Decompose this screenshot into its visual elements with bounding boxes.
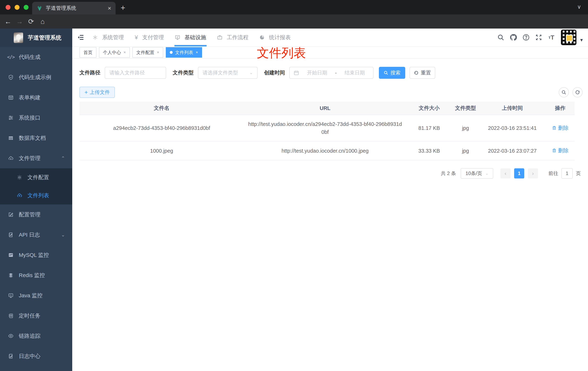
goto-page-input[interactable]: [562, 171, 572, 176]
sidebar-item-config-management[interactable]: 配置管理: [0, 204, 72, 225]
search-button[interactable]: 搜索: [379, 67, 405, 79]
calendar-icon: [294, 70, 299, 75]
monitor-bars-icon: [7, 293, 14, 298]
start-date-placeholder[interactable]: 开始日期: [303, 69, 331, 76]
create-time-label: 创建时间: [264, 69, 285, 76]
total-count: 共 2 条: [441, 170, 456, 177]
file-path-input[interactable]: [109, 70, 161, 76]
forward-button[interactable]: →: [14, 18, 25, 25]
end-date-placeholder[interactable]: 结束日期: [340, 69, 369, 76]
toggle-search-button[interactable]: [559, 87, 569, 97]
browser-tab-bar: 芋道管理系统 × + ∨: [0, 0, 588, 14]
cell-file-name: 1000.jpeg: [79, 141, 244, 160]
home-button[interactable]: ⌂: [37, 18, 48, 25]
sidebar-item-form-builder[interactable]: 表单构建: [0, 87, 72, 108]
sidebar-item-label: API 日志: [19, 231, 61, 239]
cell-file-size: 33.33 KB: [406, 141, 452, 160]
help-icon[interactable]: [520, 34, 532, 41]
topnav-label: 工作流程: [227, 34, 249, 41]
close-icon[interactable]: ×: [157, 50, 159, 55]
sidebar-item-db-doc[interactable]: 数据库文档: [0, 128, 72, 148]
user-menu-caret-icon[interactable]: ▼: [579, 38, 584, 43]
delete-link[interactable]: 删除: [552, 147, 568, 154]
tab-search-icon[interactable]: ∨: [577, 4, 581, 10]
date-range-picker[interactable]: 开始日期 - 结束日期: [289, 67, 373, 79]
close-window-button[interactable]: [6, 5, 10, 10]
refresh-table-button[interactable]: [572, 87, 583, 97]
current-page[interactable]: 1: [514, 168, 524, 179]
sidebar-item-api-log[interactable]: API 日志 ⌄: [0, 225, 72, 245]
table-row: 1000.jpeg http://test.yudao.iocoder.cn/1…: [79, 141, 575, 160]
user-avatar-qr[interactable]: [561, 30, 577, 45]
view-tab-profile[interactable]: 个人中心 ×: [99, 47, 130, 58]
topnav-system[interactable]: 系统管理: [87, 28, 129, 46]
sidebar-item-code-example[interactable]: 代码生成示例: [0, 67, 72, 87]
tab-close-icon[interactable]: ×: [108, 5, 111, 12]
sidebar-item-file-management[interactable]: 文件管理 ⌃: [0, 148, 72, 168]
maximize-window-button[interactable]: [24, 5, 29, 10]
next-page-button[interactable]: ›: [528, 168, 538, 179]
page-size-select[interactable]: 10条/页 ⌄: [461, 168, 493, 179]
view-tab-file-list[interactable]: 文件列表 ×: [166, 47, 202, 58]
collapse-sidebar-icon[interactable]: [74, 34, 87, 41]
sidebar-item-file-config[interactable]: 文件配置: [0, 168, 72, 186]
sidebar-item-file-list[interactable]: 文件列表: [0, 186, 72, 204]
header-search-icon[interactable]: [494, 34, 507, 41]
delete-link[interactable]: 删除: [552, 124, 568, 132]
sidebar-item-mysql-monitor[interactable]: MySQL 监控: [0, 245, 72, 265]
close-icon[interactable]: ×: [124, 50, 126, 55]
cell-upload-time: 2022-03-16 23:07:27: [479, 141, 546, 160]
goto-input-wrap: [561, 168, 573, 179]
sidebar: 芋道管理系统 </> 代码生成 代码生成示例 表单构建 系统接口 数据库文档 文…: [0, 29, 72, 371]
sidebar-header[interactable]: 芋道管理系统: [0, 29, 72, 47]
topnav-payment[interactable]: ¥ 支付管理: [129, 28, 169, 46]
file-table: 文件名 URL 文件大小 文件类型 上传时间 操作 a294ecb2-73dd-…: [79, 102, 575, 160]
file-type-select[interactable]: 请选择文件类型 ⌄: [198, 67, 258, 79]
sidebar-item-log-center[interactable]: 日志中心: [0, 346, 72, 366]
sidebar-item-label: Redis 监控: [19, 272, 45, 279]
upload-file-button[interactable]: + 上传文件: [79, 87, 115, 98]
sidebar-item-label: 日志中心: [19, 353, 41, 360]
prev-page-button[interactable]: ‹: [500, 168, 511, 179]
topnav-infrastructure[interactable]: 基础设施: [169, 28, 212, 46]
col-file-type: 文件类型: [452, 102, 479, 115]
sidebar-item-java-monitor[interactable]: Java 监控: [0, 285, 72, 306]
sidebar-item-label: 代码生成: [19, 53, 41, 61]
range-separator: -: [335, 70, 337, 76]
sliders-icon: [7, 115, 14, 120]
form-table-icon: [7, 95, 14, 100]
close-icon[interactable]: ×: [196, 50, 198, 55]
select-caret-icon: ⌄: [485, 171, 488, 176]
active-dot: [170, 51, 173, 54]
chevron-down-icon: ⌄: [61, 232, 65, 238]
sidebar-item-code-generation[interactable]: </> 代码生成: [0, 47, 72, 67]
reset-button-label: 重置: [421, 69, 431, 76]
font-size-icon[interactable]: тT: [545, 34, 558, 41]
fullscreen-icon[interactable]: [532, 34, 545, 41]
sidebar-item-scheduled-tasks[interactable]: 定时任务: [0, 306, 72, 326]
sidebar-item-label: 配置管理: [19, 211, 41, 218]
reload-button[interactable]: ⟳: [25, 18, 37, 25]
topnav-workflow[interactable]: 工作流程: [212, 28, 254, 46]
topnav-label: 系统管理: [102, 34, 124, 41]
reset-button[interactable]: 重置: [410, 67, 435, 79]
back-button[interactable]: ←: [2, 18, 14, 25]
view-tab-home[interactable]: 首页: [79, 47, 96, 58]
sidebar-item-label: MySQL 监控: [19, 251, 49, 259]
view-tab-label: 文件列表: [175, 50, 193, 55]
sidebar-item-label: 定时任务: [19, 312, 41, 319]
sidebar-item-tracing[interactable]: 链路追踪: [0, 326, 72, 346]
sidebar-item-system-api[interactable]: 系统接口: [0, 108, 72, 128]
yen-icon: ¥: [135, 34, 138, 41]
minimize-window-button[interactable]: [15, 5, 20, 10]
file-path-label: 文件路径: [79, 69, 100, 76]
monitor-check-icon: [175, 35, 180, 40]
new-tab-button[interactable]: +: [121, 3, 125, 12]
cell-file-type: jpg: [452, 115, 479, 141]
github-icon[interactable]: [507, 33, 520, 41]
topnav-reports[interactable]: 统计报表: [254, 28, 296, 46]
browser-tab[interactable]: 芋道管理系统 ×: [32, 2, 116, 14]
trash-icon: [552, 126, 556, 130]
sidebar-item-redis-monitor[interactable]: Redis 监控: [0, 265, 72, 285]
view-tab-file-config[interactable]: 文件配置 ×: [132, 47, 163, 58]
